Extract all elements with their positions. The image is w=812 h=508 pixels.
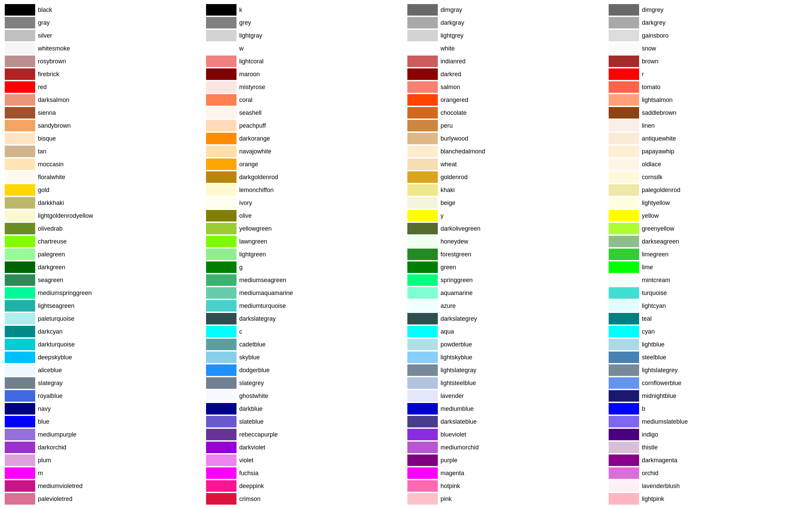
color-label: slategrey <box>239 380 264 387</box>
color-swatch <box>407 184 438 196</box>
color-row: lemonchiffon <box>205 184 406 196</box>
color-swatch <box>407 300 438 312</box>
color-row: brown <box>607 55 809 68</box>
color-row: darkorange <box>205 132 406 145</box>
color-label: black <box>38 6 52 14</box>
color-row: lightslategrey <box>607 364 809 377</box>
color-label: blue <box>38 418 49 425</box>
color-label: silver <box>38 32 52 39</box>
color-label: white <box>441 45 455 52</box>
color-row: tomato <box>607 81 809 93</box>
color-swatch <box>407 364 438 376</box>
color-swatch <box>407 68 438 80</box>
color-swatch <box>609 442 639 453</box>
color-row: seashell <box>205 106 406 119</box>
color-row: olivedrab <box>3 222 205 235</box>
color-label: mediumaquamarine <box>239 290 293 297</box>
color-swatch <box>5 249 35 260</box>
color-label: purple <box>441 457 457 464</box>
color-label: mistyrose <box>239 84 265 91</box>
color-row: paleturquoise <box>3 312 205 325</box>
color-label: maroon <box>239 71 260 78</box>
color-row: mediumspringgreen <box>3 287 205 299</box>
color-row: palegreen <box>3 248 205 261</box>
color-row: antiquewhite <box>607 132 809 145</box>
color-swatch <box>407 390 438 402</box>
color-row: sienna <box>3 106 205 119</box>
color-swatch <box>609 493 639 505</box>
color-label: darkviolet <box>239 444 265 451</box>
color-row: silver <box>3 29 205 42</box>
color-label: aquamarine <box>441 290 473 297</box>
color-row: cyan <box>607 325 809 338</box>
color-label: lemonchiffon <box>239 187 274 194</box>
color-row: gray <box>3 16 205 29</box>
color-label: darkslategray <box>239 315 276 322</box>
color-label: teal <box>642 315 652 322</box>
color-row: fuchsia <box>205 467 406 480</box>
color-label: lavenderblush <box>642 483 680 490</box>
color-row: beige <box>406 196 607 209</box>
color-swatch <box>5 287 35 299</box>
color-label: cornflowerblue <box>642 380 681 387</box>
color-swatch <box>407 493 438 505</box>
color-label: mediumseagreen <box>239 277 286 284</box>
color-swatch <box>5 429 35 440</box>
color-label: powderblue <box>441 341 472 348</box>
color-label: violet <box>239 457 253 464</box>
color-swatch <box>407 56 438 67</box>
color-label: coral <box>239 97 252 104</box>
color-label: saddlebrown <box>642 109 676 117</box>
color-row: cadetblue <box>205 338 406 351</box>
color-swatch <box>5 107 35 119</box>
color-row: dimgrey <box>607 3 809 16</box>
color-swatch <box>206 30 236 41</box>
color-swatch <box>206 184 236 196</box>
color-swatch <box>5 390 35 402</box>
color-row: navy <box>3 402 205 415</box>
color-swatch <box>206 467 236 479</box>
color-swatch <box>407 120 438 131</box>
color-label: crimson <box>239 495 261 503</box>
color-swatch <box>609 43 639 54</box>
color-label: khaki <box>441 187 455 194</box>
color-label: slateblue <box>239 418 264 425</box>
color-row: lightslategray <box>406 364 607 377</box>
color-row: darkgrey <box>607 16 809 29</box>
color-label: cyan <box>642 328 655 335</box>
color-label: royalblue <box>38 393 63 400</box>
color-swatch <box>407 81 438 93</box>
color-swatch <box>407 467 438 479</box>
color-row: lightgreen <box>205 248 406 261</box>
color-label: salmon <box>441 84 460 91</box>
color-row: burlywood <box>406 132 607 145</box>
color-label: palevioletred <box>38 495 72 503</box>
color-row: aquamarine <box>406 287 607 299</box>
color-swatch <box>206 287 236 299</box>
color-label: darkgoldenrod <box>239 174 278 181</box>
color-label: indigo <box>642 431 658 438</box>
color-label: ghostwhite <box>239 393 268 400</box>
color-label: olive <box>239 212 252 219</box>
color-row: powderblue <box>406 338 607 351</box>
color-row: y <box>406 209 607 222</box>
color-row: ghostwhite <box>205 389 406 402</box>
color-label: navajowhite <box>239 148 271 155</box>
color-row: darksalmon <box>3 93 205 106</box>
color-label: burlywood <box>441 135 468 142</box>
color-label: mediumpurple <box>38 431 76 438</box>
color-label: cornsilk <box>642 174 662 181</box>
color-swatch <box>609 184 639 196</box>
color-swatch <box>407 442 438 453</box>
color-label: mediumorchid <box>441 444 479 451</box>
color-label: darkslategrey <box>441 315 477 322</box>
color-swatch <box>5 454 35 466</box>
color-row: orangered <box>406 93 607 106</box>
color-swatch <box>206 416 236 427</box>
color-label: lightskyblue <box>441 354 472 361</box>
color-row: orange <box>205 158 406 171</box>
color-swatch <box>407 107 438 119</box>
color-label: palegreen <box>38 251 65 258</box>
color-label: sienna <box>38 109 56 117</box>
color-swatch <box>609 94 639 106</box>
